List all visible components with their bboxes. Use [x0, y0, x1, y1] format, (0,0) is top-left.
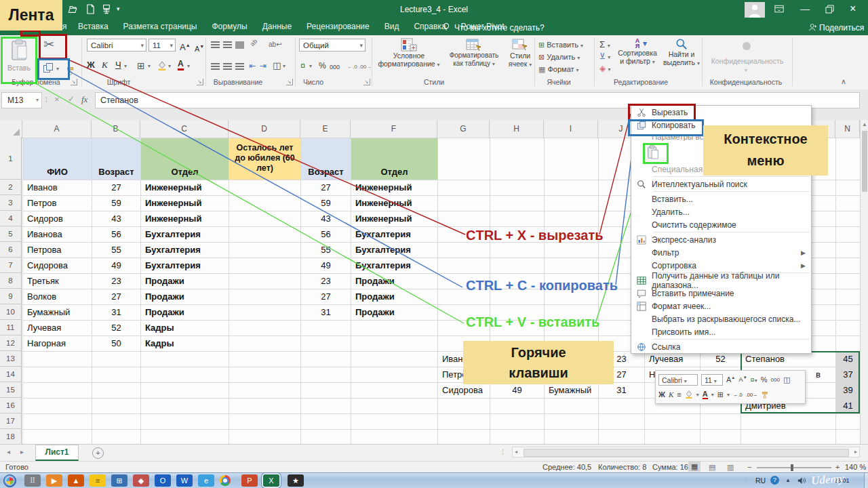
col-header-C[interactable]: C	[140, 120, 229, 138]
zoom-slider-track[interactable]	[757, 467, 831, 468]
align-left-icon[interactable]	[211, 63, 220, 70]
cell-E10[interactable]: 31	[301, 305, 351, 320]
show-desktop-button[interactable]	[864, 473, 868, 488]
cancel-icon[interactable]: ×	[54, 94, 60, 104]
borders-icon[interactable]: ⊞	[137, 60, 145, 71]
cell-D1[interactable]: Осталось лет до юбилея (60 лет)	[229, 138, 300, 180]
mini-italic[interactable]: К	[669, 390, 673, 399]
cell-A11[interactable]: Лучевая	[23, 321, 92, 336]
cell-B7[interactable]: 49	[92, 258, 140, 273]
row-header-1[interactable]: 1	[0, 138, 22, 180]
horizontal-scrollbar[interactable]: ◂ ▸	[512, 447, 860, 458]
row-header-17[interactable]: 17	[0, 413, 22, 429]
cell-B6[interactable]: 55	[92, 243, 140, 258]
row-header-5[interactable]: 5	[0, 226, 22, 242]
cell-A2[interactable]: Иванов	[23, 180, 92, 195]
cell-G15[interactable]: Сидорова	[438, 383, 490, 398]
decrease-decimal-icon[interactable]: .00→	[359, 62, 372, 73]
cell-A12[interactable]: Нагорная	[23, 336, 92, 351]
normal-view-icon[interactable]: ▦	[688, 462, 701, 472]
share-button[interactable]: Поделиться	[819, 23, 864, 33]
row-header-8[interactable]: 8	[0, 273, 22, 289]
cell-B4[interactable]: 43	[92, 211, 140, 226]
alignment-dialog-launcher[interactable]: ↘	[286, 79, 293, 85]
zoom-in-icon[interactable]: +	[835, 463, 840, 471]
clear-button[interactable]: ◈ ▾	[599, 64, 611, 73]
sort-filter-button[interactable]: АЯ ▼ Сортировка и фильтр ▾	[614, 38, 660, 75]
number-dialog-launcher[interactable]: ↘	[363, 79, 370, 85]
mini-grow-font[interactable]: А▲	[726, 375, 735, 384]
cell-I15[interactable]: Бумажный	[545, 383, 598, 398]
cell-E5[interactable]: 56	[301, 227, 351, 242]
mini-dec-decimal[interactable]: .00→	[746, 392, 758, 398]
volume-icon[interactable]	[797, 476, 806, 485]
sheet-prev-icon[interactable]: ◂	[7, 448, 10, 455]
cell-E7[interactable]: 49	[301, 258, 351, 273]
mini-size-combo[interactable]: 11 ▾	[701, 374, 723, 386]
cell-A5[interactable]: Иванова	[23, 227, 92, 242]
add-sheet-button[interactable]: +	[92, 447, 104, 459]
col-header-G[interactable]: G	[437, 120, 490, 138]
cell-F1[interactable]: Отдел	[351, 138, 437, 180]
format-as-table-button[interactable]: Форматировать как таблицу ▾	[445, 38, 503, 75]
insert-cells-button[interactable]: ⊞ Вставить ▾	[538, 41, 583, 49]
cell-B2[interactable]: 27	[92, 180, 140, 195]
cell-N15[interactable]: 39	[836, 383, 860, 398]
enter-icon[interactable]: ✓	[68, 94, 75, 104]
col-header-H[interactable]: H	[490, 120, 544, 138]
menu-item-17[interactable]: Ссылка	[631, 340, 811, 353]
row-header-7[interactable]: 7	[0, 258, 22, 273]
row-header-4[interactable]: 4	[0, 211, 22, 226]
menu-item-7[interactable]: Удалить...	[631, 205, 811, 218]
cell-C8[interactable]: Продажи	[141, 274, 229, 289]
cell-A4[interactable]: Сидоров	[23, 211, 92, 226]
cell-A1[interactable]: ФИО	[23, 138, 92, 180]
percent-format-icon[interactable]: %	[319, 60, 326, 71]
currency-format-icon[interactable]: ¤	[300, 60, 305, 71]
name-box[interactable]: M13▾	[1, 92, 42, 108]
cell-E4[interactable]: 43	[301, 211, 351, 226]
cell-B5[interactable]: 56	[92, 227, 140, 242]
cell-B10[interactable]: 31	[92, 305, 140, 320]
cell-N14[interactable]: 37	[836, 367, 860, 382]
cell-F4[interactable]: Инженерный	[351, 211, 437, 226]
col-header-F[interactable]: F	[351, 120, 437, 138]
mini-shrink-font[interactable]: А▼	[738, 375, 747, 383]
ribbon-display-options-icon[interactable]	[774, 5, 784, 14]
tab-2[interactable]: Разметка страницы	[116, 19, 205, 34]
menu-item-11[interactable]: Сортировка▶	[631, 259, 811, 272]
row-header-14[interactable]: 14	[0, 367, 22, 382]
mini-font-combo[interactable]: Calibri ▾	[658, 374, 698, 386]
font-name-combo[interactable]: Calibri▾	[87, 39, 146, 52]
tab-1[interactable]: Вставка	[71, 19, 116, 34]
cell-F7[interactable]: Бухгалтерия	[351, 258, 437, 273]
font-size-combo[interactable]: 11▾	[149, 39, 176, 52]
restore-button[interactable]	[825, 5, 834, 14]
menu-item-10[interactable]: Фильтр▶	[631, 246, 811, 259]
zoom-level[interactable]: 140 %	[845, 463, 866, 471]
cell-N13[interactable]: 45	[836, 352, 860, 367]
merge-center-icon[interactable]: ◫	[273, 60, 281, 71]
minimize-button[interactable]: —	[800, 3, 810, 14]
mini-bold[interactable]: Ж	[658, 390, 665, 399]
row-header-18[interactable]: 18	[0, 429, 22, 444]
mini-currency[interactable]: ¤▾	[751, 375, 757, 384]
tab-5[interactable]: Рецензирование	[299, 19, 377, 34]
cell-C10[interactable]: Продажи	[141, 305, 229, 320]
zoom-out-icon[interactable]: −	[747, 463, 751, 471]
row-header-16[interactable]: 16	[0, 398, 22, 413]
avatar[interactable]	[745, 2, 765, 18]
cell-B8[interactable]: 23	[92, 274, 140, 289]
mini-borders[interactable]: ⊞	[717, 390, 724, 399]
cell-F9[interactable]: Продажи	[351, 289, 437, 304]
cell-N16[interactable]: 41	[836, 399, 860, 413]
cell-F8[interactable]: Продажи	[351, 274, 437, 289]
cell-B11[interactable]: 52	[92, 321, 140, 336]
menu-item-14[interactable]: Формат ячеек...	[631, 300, 811, 312]
mini-thousands[interactable]: 000	[771, 377, 780, 383]
taskbar-chrome-icon[interactable]	[220, 475, 231, 486]
name-box-splitter[interactable]: ⁞	[45, 96, 47, 104]
cell-E2[interactable]: 27	[301, 180, 351, 195]
taskbar-app-grid-icon[interactable]: ⠿	[24, 474, 41, 487]
cell-C1[interactable]: Отдел	[141, 138, 229, 180]
